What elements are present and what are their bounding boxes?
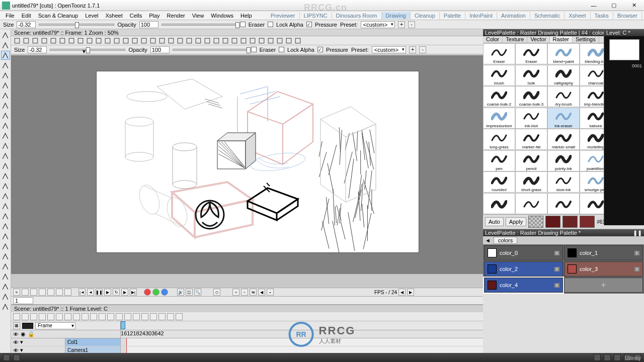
colors-tab[interactable]: colors	[494, 237, 517, 244]
viewport[interactable]	[11, 55, 483, 274]
menu-scancleanup[interactable]: Scan & Cleanup	[35, 12, 82, 19]
preset-add-button-2[interactable]: +	[409, 46, 416, 53]
color-cell-4[interactable]: color_44	[484, 278, 563, 293]
current-frame-field[interactable]: 1	[13, 297, 33, 304]
tab-drawing[interactable]: Drawing	[382, 12, 411, 19]
htool-icon-9[interactable]	[95, 37, 103, 45]
rotate-tool-icon[interactable]	[1, 252, 10, 261]
menu-xsheet[interactable]: Xsheet	[102, 12, 126, 19]
menu-play[interactable]: Play	[145, 12, 163, 19]
menu-help[interactable]: Help	[237, 12, 256, 19]
rgb-tool-icon[interactable]	[1, 131, 10, 140]
eraser-checkbox-2[interactable]	[251, 47, 257, 52]
select-tool-icon[interactable]	[1, 41, 10, 50]
close-button[interactable]: ✕	[624, 0, 644, 11]
tl-tool-19[interactable]	[176, 313, 183, 320]
first-frame-button[interactable]: |◄	[78, 289, 86, 296]
eraser-tool-icon[interactable]	[1, 111, 10, 120]
sb-icon[interactable]	[3, 354, 10, 361]
zoom-tool-icon[interactable]	[1, 242, 10, 251]
brush-long-grass[interactable]: long-grass	[483, 129, 515, 150]
pb-icon[interactable]	[39, 289, 46, 296]
magnet-tool-icon[interactable]	[1, 171, 10, 180]
preset-remove-button-2[interactable]: -	[419, 46, 426, 53]
menu-edit[interactable]: Edit	[18, 12, 35, 19]
pb-icon[interactable]	[22, 289, 29, 296]
tab-palette[interactable]: Palette	[440, 12, 465, 19]
opacity-slider-2[interactable]	[173, 49, 248, 51]
htool-icon-4[interactable]	[49, 37, 57, 45]
maximize-button[interactable]: ▢	[604, 0, 624, 11]
subtab-texture[interactable]: Texture	[503, 36, 527, 43]
brush-bulk[interactable]: bulk	[515, 65, 547, 86]
color-cell-1[interactable]: color_11	[564, 245, 643, 260]
iron-tool-icon[interactable]	[1, 192, 10, 201]
tl-tool-14[interactable]	[133, 313, 140, 320]
pb-icon[interactable]	[64, 289, 71, 296]
paint-tool-icon[interactable]	[1, 91, 10, 100]
tl-tool-15[interactable]	[141, 313, 148, 320]
row-eye-icon[interactable]: 👁	[13, 347, 19, 353]
brush-coarse-bulk-3[interactable]: coarse-bulk-3	[515, 86, 547, 107]
htool-icon-8[interactable]	[86, 37, 94, 45]
brush-empty[interactable]	[483, 193, 515, 214]
sound-button[interactable]: 🔊	[177, 289, 184, 296]
sb-icon[interactable]	[594, 354, 601, 361]
tl-tool-12[interactable]	[116, 313, 123, 320]
brush-marker-small[interactable]: marker-small	[547, 129, 580, 150]
onion-icon[interactable]: ◉	[21, 331, 26, 337]
swatch-3[interactable]	[562, 216, 578, 228]
tl-tool-8[interactable]	[82, 313, 89, 320]
ctrl-tool-icon[interactable]	[1, 141, 10, 150]
tab-tasks[interactable]: Tasks	[591, 12, 613, 19]
htool-icon-11[interactable]	[113, 37, 121, 45]
brush-blend+paint[interactable]: blend+paint	[547, 43, 580, 64]
arrow-tool-icon[interactable]	[1, 31, 10, 40]
frame-thumbnail[interactable]	[609, 39, 639, 60]
tl-swatch-button[interactable]	[22, 323, 33, 329]
htool-icon-3[interactable]	[40, 37, 48, 45]
htool-icon-25[interactable]	[239, 37, 248, 45]
size-slider-2[interactable]	[50, 49, 125, 51]
swatch-4[interactable]	[580, 216, 595, 228]
last-frame-button[interactable]: ▶|	[130, 289, 137, 296]
sb-icon[interactable]	[13, 354, 20, 361]
tl-tool-7[interactable]	[73, 313, 80, 320]
htool-icon-30[interactable]	[285, 37, 293, 45]
skel-tool-icon[interactable]	[1, 212, 10, 221]
brush-pencil[interactable]: pencil	[515, 150, 547, 171]
track-tool-icon[interactable]	[1, 232, 10, 241]
htool-icon-1[interactable]	[22, 37, 30, 45]
tl-tool-17[interactable]	[158, 313, 166, 320]
tl-tool-icon[interactable]: ▦	[13, 322, 20, 329]
htool-icon-26[interactable]	[249, 37, 257, 45]
tl-tool-16[interactable]	[150, 313, 157, 320]
menu-windows[interactable]: Windows	[207, 12, 237, 19]
tl-tool-3[interactable]	[39, 313, 46, 320]
brush-ink-eraser[interactable]: ink-eraser	[547, 108, 580, 129]
htool-icon-10[interactable]	[104, 37, 112, 45]
htool-icon-6[interactable]	[67, 37, 75, 45]
pump-tool-icon[interactable]	[1, 161, 10, 170]
subtab-vector[interactable]: Vector	[527, 36, 549, 43]
tab-previewer[interactable]: Previewer	[267, 12, 300, 19]
htool-icon-27[interactable]	[258, 37, 266, 45]
brush-Eraser[interactable]: Eraser	[515, 43, 547, 64]
apply-button[interactable]: Apply	[506, 217, 527, 226]
tab-inknpaint[interactable]: InknPaint	[465, 12, 497, 19]
lock-icon[interactable]: 🔒	[28, 331, 35, 337]
tab-xsheet[interactable]: Xsheet	[565, 12, 590, 19]
brush-impressionism[interactable]: impressionism	[483, 108, 515, 129]
tape-tool-icon[interactable]	[1, 101, 10, 110]
geom-tool-icon[interactable]	[1, 61, 10, 70]
tl-tool-1[interactable]	[22, 313, 29, 320]
add-color-button[interactable]: +	[564, 278, 643, 293]
style-tool-icon[interactable]	[1, 121, 10, 130]
opacity-field-2[interactable]: 100	[150, 46, 170, 53]
subtab-settings[interactable]: Settings	[573, 36, 599, 43]
pinch-tool-icon[interactable]	[1, 151, 10, 160]
brush-tool-icon[interactable]	[1, 51, 10, 60]
tab-animation[interactable]: Animation	[497, 12, 530, 19]
brush-empty[interactable]	[515, 193, 547, 214]
htool-icon-24[interactable]	[230, 37, 238, 45]
